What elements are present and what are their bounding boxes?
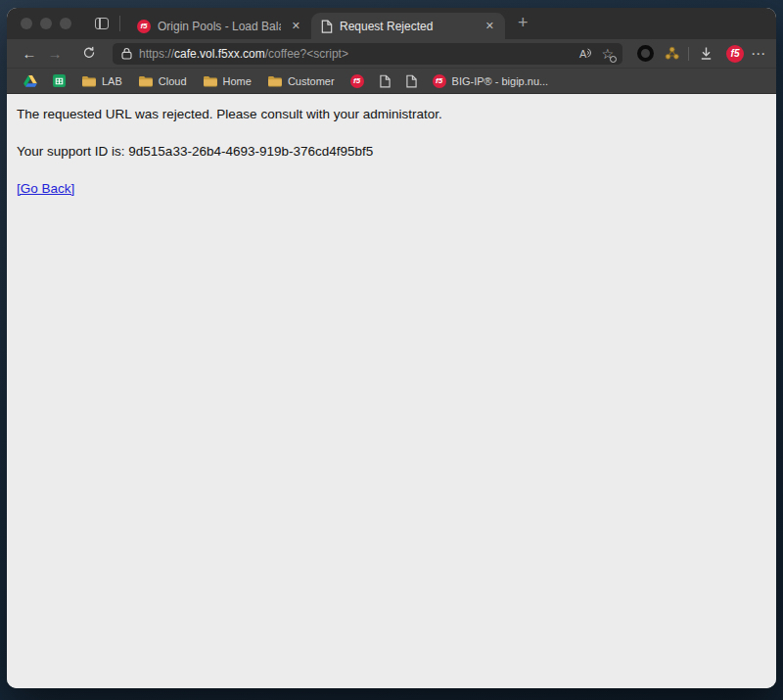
support-id-line: Your support ID is: 9d515a33-26b4-4693-9… [17, 144, 766, 161]
bookmark-folder-lab[interactable]: LAB [73, 71, 130, 91]
f5-logo: f5 [726, 45, 744, 63]
downloads-button[interactable] [694, 46, 717, 61]
f5-profile-icon[interactable]: f5 [723, 45, 747, 63]
favorites-star-icon[interactable]: ☆ [601, 47, 614, 61]
close-tab-icon[interactable]: ✕ [288, 19, 304, 33]
url-text[interactable]: https://cafe.vol.f5xx.com/coffee?<script… [139, 47, 573, 61]
support-id-label: Your support ID is: [17, 144, 125, 159]
address-bar[interactable]: https://cafe.vol.f5xx.com/coffee?<script… [113, 43, 622, 65]
bookmark-f5[interactable]: f5 [343, 71, 372, 91]
bookmark-folder-cloud[interactable]: Cloud [130, 71, 195, 91]
tab-request-rejected[interactable]: Request Rejected ✕ [311, 13, 505, 39]
go-back-line: [Go Back] [17, 181, 766, 198]
close-window-button[interactable] [21, 18, 32, 29]
folder-icon [203, 75, 217, 87]
bookmark-folder-home[interactable]: Home [195, 71, 259, 91]
tab-title: Origin Pools - Load Balancers [158, 20, 281, 33]
bookmark-google-drive[interactable] [16, 71, 45, 91]
forward-button[interactable]: → [42, 46, 68, 61]
zoom-window-button[interactable] [60, 18, 71, 29]
google-drive-icon [23, 75, 37, 87]
close-tab-icon[interactable]: ✕ [482, 19, 498, 33]
rejected-message: The requested URL was rejected. Please c… [17, 107, 766, 123]
settings-more-button[interactable]: ⋯ [751, 45, 766, 63]
tab-separator [119, 16, 120, 31]
bookmark-folder-customer[interactable]: Customer [259, 71, 343, 91]
bookmark-label: Home [223, 75, 252, 87]
bookmark-label: Cloud [159, 75, 187, 87]
page-icon [380, 74, 391, 88]
read-aloud-letter: A [579, 48, 586, 60]
tab-title: Request Rejected [340, 20, 475, 33]
bookmark-label: BIG-IP® - bigip.nu... [452, 75, 549, 87]
bookmarks-bar: LAB Cloud Home Customer f5 f5 BIG-IP® - … [7, 68, 776, 94]
url-scheme: https:// [139, 47, 174, 61]
reload-button[interactable] [76, 46, 102, 62]
folder-icon [138, 75, 153, 87]
page-icon [406, 74, 417, 88]
extension-orange-icon[interactable] [660, 46, 683, 61]
minimize-window-button[interactable] [40, 18, 52, 29]
support-id-value: 9d515a33-26b4-4693-919b-376cd4f95bf5 [128, 144, 373, 159]
browser-window: f5 Origin Pools - Load Balancers ✕ Reque… [7, 8, 776, 688]
bookmark-label: Customer [288, 75, 335, 87]
toolbar-divider [688, 47, 689, 61]
bookmark-bigip[interactable]: f5 BIG-IP® - bigip.nu... [425, 71, 557, 91]
google-sheets-icon [53, 74, 66, 87]
folder-icon [81, 75, 96, 87]
window-controls [7, 18, 86, 29]
read-aloud-icon[interactable]: A [579, 48, 592, 60]
extension-dark-circle-icon[interactable] [637, 45, 654, 62]
favorites-badge [610, 56, 617, 63]
tab-origin-pools[interactable]: f5 Origin Pools - Load Balancers ✕ [127, 13, 311, 39]
f5-bookmark-icon: f5 [433, 74, 446, 88]
go-back-link[interactable]: [Go Back] [17, 181, 74, 196]
page-content: The requested URL was rejected. Please c… [7, 94, 776, 688]
url-host: cafe.vol.f5xx.com [174, 47, 265, 61]
back-button[interactable]: ← [17, 46, 42, 61]
f5-favicon: f5 [137, 20, 151, 33]
bookmark-page-2[interactable] [398, 71, 425, 91]
bookmark-page-1[interactable] [372, 71, 398, 91]
folder-icon [267, 75, 282, 87]
page-favicon-icon [321, 20, 333, 33]
tab-strip: f5 Origin Pools - Load Balancers ✕ Reque… [7, 8, 776, 39]
f5-bookmark-icon: f5 [350, 74, 364, 88]
bookmark-label: LAB [102, 75, 122, 87]
lock-icon[interactable] [121, 47, 132, 60]
bookmark-google-sheets[interactable] [45, 71, 73, 91]
new-tab-button[interactable]: + [518, 14, 529, 33]
url-path: /coffee?<script> [265, 47, 348, 61]
tab-actions-menu-icon[interactable] [95, 18, 109, 29]
navigation-toolbar: ← → https://cafe.vol.f5xx.com/coffee?<sc… [7, 39, 776, 68]
